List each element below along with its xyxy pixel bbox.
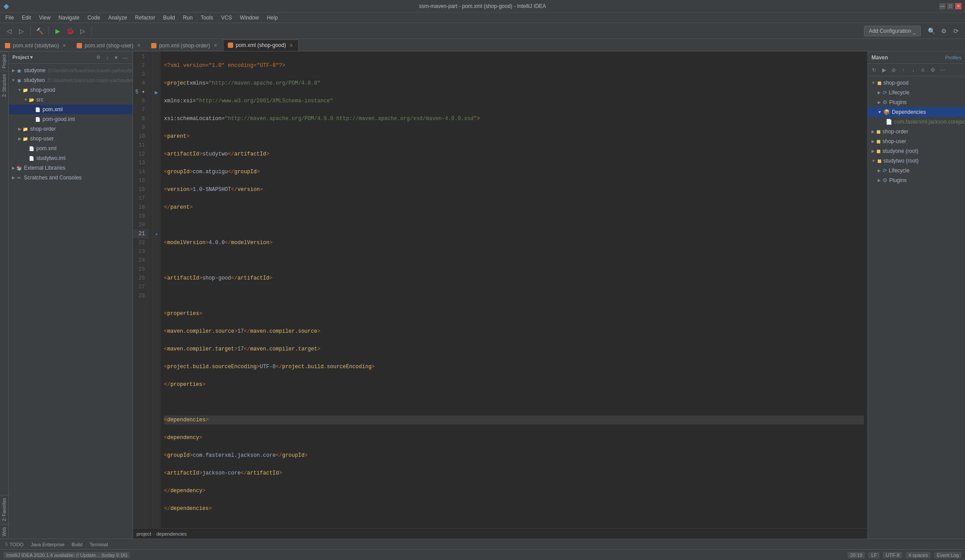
maximize-button[interactable]: □ xyxy=(947,3,953,9)
maven-profiles-label[interactable]: Profiles xyxy=(945,55,961,60)
tree-item-studytwo[interactable]: ▼ ◼ studytwo D:\JavaWorkSpace\ssm-maven-… xyxy=(9,75,133,85)
status-update-badge[interactable]: IntelliJ IDEA 2020.1.4 available: // Upd… xyxy=(4,552,130,558)
tree-arrow-studytwo: ▼ xyxy=(11,78,16,83)
menu-refactor[interactable]: Refactor xyxy=(132,14,159,22)
status-encoding[interactable]: UTF-8 xyxy=(883,552,902,558)
vert-tab-favorites[interactable]: 2: Favorites xyxy=(0,495,8,524)
project-panel-title[interactable]: Project ▾ xyxy=(12,54,33,60)
tree-item-scratches[interactable]: ▶ ✏ Scratches and Consoles xyxy=(9,173,133,183)
status-position[interactable]: 20:19 xyxy=(848,552,865,558)
maven-item-plugins-shopgood[interactable]: ▶ ⚙ Plugins xyxy=(868,97,965,107)
status-indent[interactable]: 4 spaces xyxy=(906,552,930,558)
tree-item-pom-good-iml[interactable]: 📄 pom-good.iml xyxy=(9,114,133,124)
menu-vcs[interactable]: VCS xyxy=(218,14,236,22)
ln-13: 13 xyxy=(133,159,148,167)
tree-item-external-libs[interactable]: ▶ 📚 External Libraries xyxy=(9,163,133,173)
tab-pom-shop-user[interactable]: pom.xml (shop-user) ✕ xyxy=(72,39,146,51)
toolbar-debug[interactable]: 🐞 xyxy=(65,26,75,36)
menu-code[interactable]: Code xyxy=(84,14,104,22)
code-content[interactable]: <?xml version="1.0" encoding="UTF-8"?> <… xyxy=(160,51,867,528)
gutter-13 xyxy=(152,159,160,167)
tree-item-pom-xml-shopgood[interactable]: 📄 pom.xml xyxy=(9,105,133,114)
tab-pom-studytwo[interactable]: pom.xml (studytwo) ✕ xyxy=(0,39,72,51)
maven-item-studyone-root[interactable]: ▶ ◼ studyone (root) xyxy=(868,146,965,156)
toolbar-run[interactable]: ▶ xyxy=(52,26,63,36)
toolbar-build[interactable]: 🔨 xyxy=(34,26,45,36)
menu-run[interactable]: Run xyxy=(180,14,196,22)
maven-run-btn[interactable]: ▶ xyxy=(879,66,888,74)
add-configuration-button[interactable]: Add Configuration _ xyxy=(864,26,921,36)
bottom-tab-terminal[interactable]: Terminal xyxy=(88,541,110,548)
menu-file[interactable]: File xyxy=(2,14,17,22)
toolbar-back[interactable]: ◁ xyxy=(4,26,14,36)
maven-item-lifecycle-studytwo[interactable]: ▶ ⟳ Lifecycle xyxy=(868,166,965,175)
maven-item-shop-good[interactable]: ▼ ◼ shop-good xyxy=(868,78,965,88)
menu-window[interactable]: Window xyxy=(236,14,262,22)
tree-item-src[interactable]: ▼ 📂 src xyxy=(9,95,133,105)
maven-lifecycle-btn[interactable]: ↑ xyxy=(899,66,908,74)
maven-item-jackson[interactable]: 📄 com.fasterxml.jackson.corejackson-core… xyxy=(868,117,965,127)
maven-item-dependencies-shopgood[interactable]: ▼ 📦 Dependencies xyxy=(868,107,965,117)
menu-view[interactable]: View xyxy=(35,14,54,22)
bottom-tab-todo[interactable]: 6 TODO xyxy=(4,541,25,548)
tree-item-shop-order[interactable]: ▶ 📁 shop-order xyxy=(9,124,133,134)
gutter-5[interactable]: ▶ xyxy=(152,88,160,97)
toolbar-settings[interactable]: ⚙ xyxy=(938,26,949,36)
menu-analyze[interactable]: Analyze xyxy=(105,14,131,22)
tab-close-icon-3[interactable]: ✕ xyxy=(213,43,218,48)
breadcrumb-dependencies[interactable]: dependencies xyxy=(156,531,187,537)
tree-item-pom-xml-studytwo[interactable]: 📄 pom.xml xyxy=(9,144,133,153)
menu-build[interactable]: Build xyxy=(160,14,179,22)
toolbar-coverage[interactable]: ▷ xyxy=(77,26,88,36)
maven-item-shop-user[interactable]: ▶ ◼ shop-user xyxy=(868,136,965,146)
maven-next-btn[interactable]: ↓ xyxy=(909,66,918,74)
status-event-log[interactable]: Event Log xyxy=(934,552,961,558)
bottom-tab-build[interactable]: Build xyxy=(70,541,84,548)
tab-pom-shop-good[interactable]: pom.xml (shop-good) ✕ xyxy=(223,39,299,51)
gutter-4 xyxy=(152,79,160,88)
menu-help[interactable]: Help xyxy=(263,14,281,22)
bottom-tab-java-enterprise[interactable]: Java Enterprise xyxy=(29,541,66,548)
maven-item-shop-order[interactable]: ▶ ◼ shop-order xyxy=(868,127,965,136)
status-lf[interactable]: LF xyxy=(868,552,879,558)
maven-skip-tests-btn[interactable]: ⊘ xyxy=(889,66,898,74)
panel-filter-btn[interactable]: ▼ xyxy=(112,54,120,62)
tab-close-icon-2[interactable]: ✕ xyxy=(136,43,141,48)
close-button[interactable]: ✕ xyxy=(955,3,961,9)
vert-tab-web[interactable]: Web xyxy=(0,524,8,539)
maven-item-studytwo-root[interactable]: ▼ ◼ studytwo (root) xyxy=(868,156,965,166)
panel-sort-btn[interactable]: ↕ xyxy=(103,54,111,62)
tab-close-icon-4[interactable]: ✕ xyxy=(289,43,294,48)
code-editor[interactable]: 1 2 3 4 5 ▾ 6 7 8 9 10 11 12 13 14 15 16… xyxy=(133,51,867,528)
maven-collapse-all-btn[interactable]: ≡ xyxy=(918,66,927,74)
maven-item-plugins-studytwo[interactable]: ▶ ⚙ Plugins xyxy=(868,175,965,185)
menu-edit[interactable]: Edit xyxy=(18,14,35,22)
title-bar-left: ◆ xyxy=(4,2,9,10)
menu-navigate[interactable]: Navigate xyxy=(55,14,83,22)
toolbar-search[interactable]: 🔍 xyxy=(926,26,937,36)
menu-tools[interactable]: Tools xyxy=(197,14,217,22)
panel-settings-btn[interactable]: ⚙ xyxy=(94,54,102,62)
panel-collapse-btn[interactable]: — xyxy=(121,54,129,62)
maven-settings-btn[interactable]: ⚙ xyxy=(928,66,937,74)
maven-item-lifecycle-shopgood[interactable]: ▶ ⟳ Lifecycle xyxy=(868,88,965,97)
breadcrumb-project[interactable]: project xyxy=(137,531,151,537)
vert-tab-project[interactable]: Project xyxy=(0,51,8,71)
tab-close-icon[interactable]: ✕ xyxy=(62,43,67,48)
toolbar-update[interactable]: ⟳ xyxy=(951,26,961,36)
tree-arrow-pom xyxy=(29,107,35,112)
tree-item-studyone[interactable]: ▶ ◼ studyone D:\JavaWorkSpace\ssm-maven-… xyxy=(9,66,133,75)
tree-item-shop-good[interactable]: ▼ 📁 shop-good xyxy=(9,85,133,95)
tree-item-studytwo-iml[interactable]: 📄 studytwo.iml xyxy=(9,153,133,163)
code-line-10 xyxy=(164,221,864,229)
maven-refresh-btn[interactable]: ↻ xyxy=(870,66,879,74)
gutter-21[interactable]: ● xyxy=(152,229,160,238)
maven-more-btn[interactable]: ⋯ xyxy=(938,66,947,74)
ln-7: 7 xyxy=(133,105,148,114)
code-line-11: <modelVersion>4.0.0</modelVersion> xyxy=(164,238,864,247)
minimize-button[interactable]: — xyxy=(939,3,945,9)
tree-item-shop-user[interactable]: ▶ 📁 shop-user xyxy=(9,134,133,144)
toolbar-forward[interactable]: ▷ xyxy=(16,26,27,36)
tab-pom-shop-order[interactable]: pom.xml (shop-order) ✕ xyxy=(146,39,223,51)
vert-tab-structure[interactable]: 2: Structure xyxy=(0,71,8,100)
